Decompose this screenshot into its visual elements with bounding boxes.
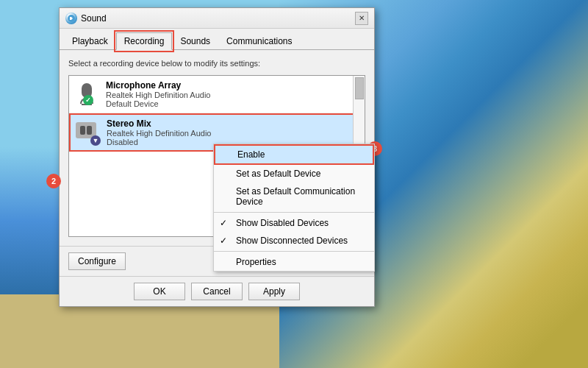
context-menu-properties[interactable]: Properties	[214, 253, 374, 271]
tab-sounds[interactable]: Sounds	[172, 32, 218, 50]
dialog-footer: OK Cancel Apply	[60, 276, 374, 306]
microphone-icon: ✓	[75, 82, 98, 106]
context-menu-enable[interactable]: Enable	[214, 144, 374, 165]
context-menu-separator1	[214, 212, 374, 213]
context-menu-separator2	[214, 251, 374, 252]
enable-label: Enable	[237, 149, 265, 160]
titlebar-left: Sound	[65, 13, 107, 24]
tab-communications[interactable]: Communications	[218, 32, 300, 50]
show-disabled-label: Show Disabled Devices	[236, 218, 329, 228]
show-disconnected-label: Show Disconnected Devices	[236, 236, 348, 246]
stereomix-icon: ▼	[76, 121, 99, 144]
instruction-text: Select a recording device below to modif…	[68, 59, 365, 68]
microphone-status: Default Device	[106, 99, 359, 108]
disabled-badge: ▼	[90, 135, 101, 146]
stereomix-driver: Realtek High Definition Audio	[107, 129, 358, 138]
set-default-label: Set as Default Device	[236, 169, 320, 179]
dialog-title: Sound	[81, 13, 107, 24]
stereomix-name: Stereo Mix	[107, 118, 358, 129]
default-check-badge: ✓	[83, 95, 93, 105]
context-menu-set-default[interactable]: Set as Default Device	[214, 165, 374, 183]
svg-rect-2	[87, 126, 92, 135]
properties-label: Properties	[236, 257, 276, 267]
context-menu-set-default-comm[interactable]: Set as Default Communication Device	[214, 183, 374, 210]
show-disconnected-check: ✓	[220, 236, 227, 246]
cancel-button[interactable]: Cancel	[191, 283, 243, 300]
show-disabled-check: ✓	[220, 218, 227, 228]
microphone-info: Microphone Array Realtek High Definition…	[106, 80, 359, 108]
sound-icon	[65, 13, 77, 24]
microphone-driver: Realtek High Definition Audio	[106, 91, 359, 99]
dialog-titlebar: Sound ✕	[60, 8, 374, 29]
device-item-microphone[interactable]: ✓ Microphone Array Realtek High Definiti…	[69, 76, 365, 113]
ok-button[interactable]: OK	[134, 283, 185, 300]
context-menu: Enable Set as Default Device Set as Defa…	[213, 144, 375, 272]
context-menu-show-disabled[interactable]: ✓ Show Disabled Devices	[214, 214, 374, 232]
tab-recording[interactable]: Recording	[116, 32, 173, 50]
tab-playback[interactable]: Playback	[64, 32, 116, 50]
stereomix-info: Stereo Mix Realtek High Definition Audio…	[107, 118, 358, 146]
tabs-container: Playback Recording Sounds Communications	[60, 29, 374, 50]
set-default-comm-label: Set as Default Communication Device	[236, 186, 355, 207]
configure-button[interactable]: Configure	[68, 252, 126, 270]
context-menu-show-disconnected[interactable]: ✓ Show Disconnected Devices	[214, 232, 374, 250]
step2-badge: 2	[46, 174, 61, 188]
close-button[interactable]: ✕	[355, 12, 368, 25]
apply-button[interactable]: Apply	[248, 283, 300, 300]
svg-rect-1	[80, 126, 85, 135]
scrollbar-thumb[interactable]	[355, 77, 364, 99]
microphone-name: Microphone Array	[106, 80, 359, 91]
